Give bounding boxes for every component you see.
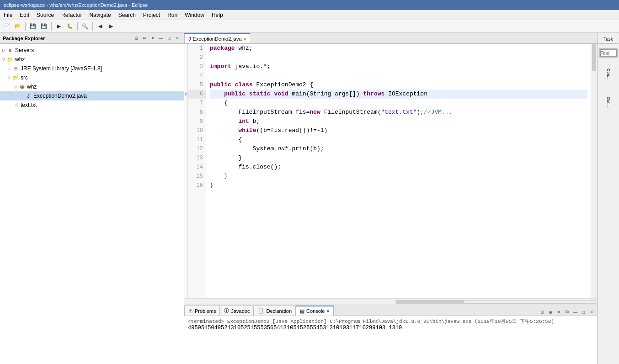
task-label: Task [599,37,618,42]
line-num-12: 12 [188,144,206,153]
tree-item-exception-demo2[interactable]: J ExceptionDemo2.java [0,91,184,100]
marker-line-13 [184,156,187,165]
menu-file[interactable]: File [0,10,16,20]
code-line-5: public class ExceptionDemo2 { [210,80,587,90]
editor-tab-exception-demo2[interactable]: J ExceptionDemo2.java × [184,33,250,43]
toolbar-search[interactable]: 🔍 [80,21,90,32]
scrollbar-thumb[interactable] [592,44,596,71]
line-num-16: 16 [188,181,206,190]
line-num-7: 7 [188,99,206,108]
line-num-10: 10 [188,126,206,135]
tab-javadoc-label: Javadoc [231,308,250,314]
terminate-icon[interactable]: ■ [547,308,554,316]
maximize-bottom-icon[interactable]: □ [580,308,587,316]
editor-tabs: J ExceptionDemo2.java × [184,33,597,44]
code-line-4 [210,71,587,80]
tree-item-jre[interactable]: ▷ ☕ JRE System Library [JavaSE-1.8] [0,64,184,73]
menu-run[interactable]: Run [164,10,181,20]
tree-item-text-txt[interactable]: 📄 text.txt [0,100,184,110]
tab-close-icon[interactable]: × [244,37,246,42]
tree-arrow-whz: ▽ [1,57,6,62]
package-explorer-title: Package Explorer [3,36,133,41]
tree-arrow-txt [6,102,12,108]
menu-help[interactable]: Help [208,10,227,20]
toolbar-back[interactable]: ◀ [95,21,105,32]
main-layout: Package Explorer ⊟ ⇔ ▾ — □ × ▷ 🖥 Servers… [0,33,619,364]
toolbar-save[interactable]: 💾 [28,21,38,32]
find-input[interactable] [600,49,617,57]
right-sidebar: Task Con... Outl... [597,33,619,364]
menu-bar: File Edit Source Refactor Navigate Searc… [0,10,619,20]
code-line-7: { [210,99,587,108]
minimize-panel-icon[interactable]: — [157,35,165,42]
marker-line-4 [184,71,187,80]
outline-right-label: Outl... [606,97,611,108]
code-line-15: } [210,172,587,181]
marker-line-6 [184,92,187,101]
title-text: eclipse-workspace - whz/src/whz/Exceptio… [4,2,148,8]
task-panel: Task [598,35,619,44]
close-bottom-icon[interactable]: × [588,308,595,316]
toolbar-save-all[interactable]: 💾 [39,21,49,32]
editor-section: J ExceptionDemo2.java × [184,33,597,364]
toolbar: 📄 📂 💾 💾 ▶ 🐛 🔍 ◀ ▶ [0,20,619,33]
view-menu-icon[interactable]: ▾ [149,35,156,42]
line-num-9: 9 [188,117,206,126]
menu-source[interactable]: Source [33,10,58,20]
code-line-14: fis.close(); [210,163,587,172]
maximize-panel-icon[interactable]: □ [165,35,173,42]
toolbar-run[interactable]: ▶ [54,21,64,32]
code-line-8: FileInputStream fis=new FileInputStream(… [210,108,587,117]
editor-vertical-scrollbar[interactable] [591,44,597,298]
toolbar-open[interactable]: 📂 [13,21,23,32]
minimize-bottom-icon[interactable]: — [571,308,579,316]
line-num-6: 6 [188,90,206,99]
javadoc-icon: ⓘ [224,307,229,314]
toolbar-new[interactable]: 📄 [2,21,12,32]
menu-edit[interactable]: Edit [16,10,33,20]
toolbar-forward[interactable]: ▶ [106,21,116,32]
menu-search[interactable]: Search [115,10,139,20]
code-line-9: int b; [210,117,587,126]
tree-item-servers[interactable]: ▷ 🖥 Servers [0,46,184,55]
code-editor[interactable]: 1 2 3 4 5 6 7 8 9 10 11 12 13 14 15 16 p… [184,44,597,298]
code-line-13: } [210,153,587,163]
tree-arrow-src: ▽ [6,75,12,80]
clear-console-icon[interactable]: ⊘ [539,308,546,316]
tab-javadoc[interactable]: ⓘ Javadoc [220,306,254,316]
open-console-icon[interactable]: ⧉ [563,308,571,316]
console-terminated-line: <terminated> ExceptionDemo2 [Java Applic… [188,318,593,325]
toolbar-debug[interactable]: 🐛 [65,21,75,32]
line-num-3: 3 [188,62,206,71]
menu-window[interactable]: Window [181,10,208,20]
tree-item-src[interactable]: ▽ 📁 src [0,73,184,82]
tab-problems[interactable]: ⚠ Problems [184,306,220,316]
close-panel-icon[interactable]: × [174,35,181,42]
project-icon: 📁 [6,56,14,63]
tab-console[interactable]: ▤ Console × [296,306,334,316]
outline-right-tab[interactable]: Outl... [604,89,613,116]
package-icon: 📦 [18,83,26,90]
menu-refactor[interactable]: Refactor [58,10,85,20]
code-line-3: import java.io.*; [210,62,587,71]
code-content[interactable]: package whz; import java.io.*; public cl… [206,44,591,298]
menu-project[interactable]: Project [139,10,164,20]
marker-line-11 [184,137,187,147]
tree-label-whz-project: whz [15,56,25,63]
console-right-tab[interactable]: Con... [604,60,613,88]
tree-item-whz-package[interactable]: ▽ 📦 whz [0,82,184,91]
editor-horizontal-scrollbar[interactable] [184,298,597,305]
collapse-all-icon[interactable]: ⊟ [133,35,140,42]
remove-terminated-icon[interactable]: ✕ [555,308,562,316]
tab-declaration[interactable]: 📋 Declaration [254,306,296,316]
link-editor-icon[interactable]: ⇔ [141,35,148,42]
java-file-icon: J [25,92,32,100]
line-num-13: 13 [188,153,206,163]
tree-item-whz-project[interactable]: ▽ 📁 whz [0,55,184,64]
marker-line-9 [184,119,187,128]
tab-console-close: × [326,308,329,314]
h-scroll-thumb[interactable] [396,301,464,303]
marker-line-1 [184,44,187,53]
code-line-6: public static void main(String args[]) t… [210,90,587,99]
menu-navigate[interactable]: Navigate [85,10,114,20]
